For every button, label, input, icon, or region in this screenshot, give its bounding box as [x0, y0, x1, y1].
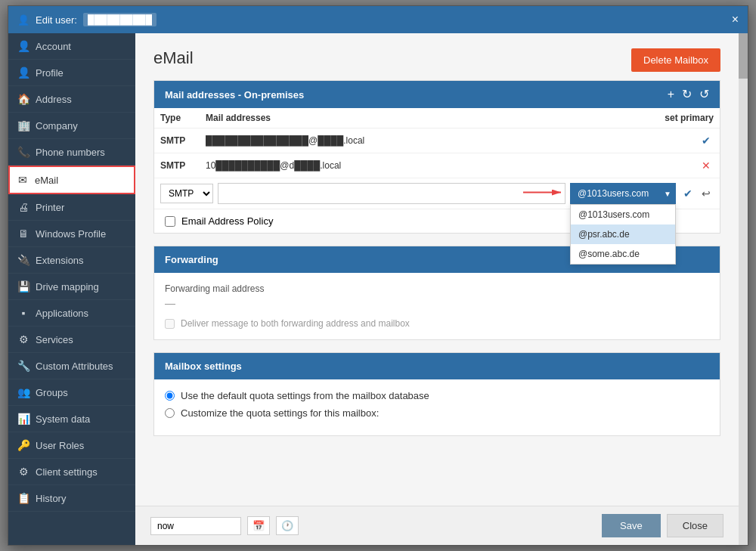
mailbox-settings-body: Use the default quota settings from the … — [154, 379, 720, 435]
sidebar-item-custom-attributes[interactable]: 🔧 Custom Attributes — [8, 353, 135, 379]
sidebar-item-history[interactable]: 📋 History — [8, 485, 135, 512]
sidebar-item-label: Groups — [36, 387, 68, 398]
mailbox-settings-section: Mailbox settings Use the default quota s… — [153, 352, 720, 436]
new-address-row: SMTP @1013users.com ▼ @1013users. — [154, 178, 720, 209]
user-roles-icon: 🔑 — [17, 439, 29, 451]
sidebar-item-address[interactable]: 🏠 Address — [8, 86, 135, 113]
account-icon: 👤 — [17, 40, 29, 52]
confirm-new-address-button[interactable]: ✔ — [680, 186, 696, 201]
deliver-checkbox[interactable] — [165, 319, 175, 329]
table-row: SMTP 10██████████@d████.local ✕ — [154, 153, 720, 178]
sidebar-item-extensions[interactable]: 🔌 Extensions — [8, 247, 135, 274]
domain-option-some[interactable]: @some.abc.de — [571, 244, 675, 264]
company-icon: 🏢 — [17, 119, 29, 132]
table-row: SMTP ████████████████@████.local ✔ — [154, 128, 720, 153]
email-address-policy-label: Email Address Policy — [181, 215, 273, 227]
calendar-button[interactable]: 📅 — [247, 516, 270, 535]
groups-icon: 👥 — [17, 386, 29, 398]
profile-icon: 👤 — [17, 67, 29, 79]
new-row-action-buttons: ✔ ↩ — [680, 186, 714, 201]
row2-type: SMTP — [154, 153, 200, 178]
undo-new-address-button[interactable]: ↩ — [699, 186, 714, 201]
delete-mailbox-button[interactable]: Delete Mailbox — [631, 48, 720, 72]
domain-option-1013[interactable]: @1013users.com — [571, 205, 675, 224]
row2-actions: ✕ — [583, 153, 720, 178]
default-quota-radio[interactable] — [165, 391, 175, 401]
sidebar-item-email[interactable]: ✉ eMail — [8, 166, 135, 194]
content-area: eMail Delete Mailbox Mail addresses - On… — [135, 33, 739, 506]
scroll-thumb[interactable] — [739, 33, 748, 79]
sidebar-item-label: Phone numbers — [36, 147, 105, 158]
sidebar-item-system-data[interactable]: 📊 System data — [8, 406, 135, 432]
default-quota-row: Use the default quota settings from the … — [165, 390, 709, 401]
sidebar-item-phone-numbers[interactable]: 📞 Phone numbers — [8, 139, 135, 166]
sidebar-item-label: System data — [36, 413, 90, 425]
row2-address: 10██████████@d████.local — [200, 153, 583, 178]
sidebar-item-label: Client settings — [36, 466, 98, 478]
sidebar-item-label: User Roles — [36, 440, 84, 451]
mail-addresses-title: Mail addresses - On-premises — [165, 89, 304, 101]
sidebar-item-profile[interactable]: 👤 Profile — [8, 60, 135, 86]
customize-quota-row: Customize the quota settings for this ma… — [165, 407, 709, 419]
forwarding-mail-label: Forwarding mail address — [165, 283, 709, 294]
sidebar-item-client-settings[interactable]: ⚙ Client settings — [8, 459, 135, 485]
scrollbar[interactable] — [739, 33, 748, 545]
smtp-type-select[interactable]: SMTP — [160, 184, 213, 203]
domain-dropdown-toggle[interactable]: @1013users.com ▼ — [570, 183, 676, 204]
sidebar-item-drive-mapping[interactable]: 💾 Drive mapping — [8, 274, 135, 300]
main-content: eMail Delete Mailbox Mail addresses - On… — [135, 33, 739, 545]
sidebar-item-applications[interactable]: ▪ Applications — [8, 300, 135, 327]
sidebar-item-company[interactable]: 🏢 Company — [8, 113, 135, 139]
sidebar-item-user-roles[interactable]: 🔑 User Roles — [8, 432, 135, 459]
modal-close-button[interactable]: × — [732, 14, 739, 26]
sidebar-item-label: Applications — [36, 308, 88, 319]
close-button[interactable]: Close — [667, 514, 723, 537]
domain-selected-value: @1013users.com — [578, 188, 649, 199]
email-address-policy-checkbox[interactable] — [165, 216, 175, 227]
refresh2-button[interactable]: ↺ — [699, 88, 709, 101]
set-primary-column-header: set primary — [583, 108, 720, 128]
applications-icon: ▪ — [17, 307, 29, 319]
deliver-label: Deliver message to both forwarding addre… — [181, 318, 410, 329]
footer-left: 📅 🕐 — [150, 516, 299, 535]
delete-address-button[interactable]: ✕ — [699, 158, 714, 173]
address-icon: 🏠 — [17, 93, 29, 105]
sidebar-item-label: Extensions — [36, 255, 84, 266]
edit-user-modal: 👤 Edit user: ██████████ × 👤 Account 👤 Pr… — [8, 5, 748, 546]
sidebar-item-services[interactable]: ⚙ Services — [8, 327, 135, 353]
type-column-header: Type — [154, 108, 200, 128]
forwarding-title: Forwarding — [165, 254, 218, 265]
domain-option-psr[interactable]: @psr.abc.de — [571, 224, 675, 244]
clock-button[interactable]: 🕐 — [276, 516, 299, 535]
new-address-input[interactable] — [218, 183, 565, 204]
set-primary-check-button[interactable]: ✔ — [699, 133, 714, 148]
forwarding-divider: — — [165, 297, 709, 309]
sidebar-item-label: Address — [36, 94, 72, 105]
sidebar-item-groups[interactable]: 👥 Groups — [8, 379, 135, 406]
sidebar: 👤 Account 👤 Profile 🏠 Address 🏢 Company … — [8, 33, 135, 545]
row1-actions: ✔ — [583, 128, 720, 153]
windows-icon: 🖥 — [17, 228, 29, 240]
modal-title: Edit user: — [36, 14, 77, 26]
sidebar-item-account[interactable]: 👤 Account — [8, 33, 135, 60]
custom-attributes-icon: 🔧 — [17, 360, 29, 372]
system-data-icon: 📊 — [17, 413, 29, 425]
refresh1-button[interactable]: ↻ — [682, 88, 692, 101]
phone-icon: 📞 — [17, 146, 29, 158]
customize-quota-radio[interactable] — [165, 408, 175, 418]
modal-username-masked: ██████████ — [83, 13, 156, 26]
mail-addresses-column-header: Mail addresses — [200, 108, 583, 128]
mailbox-settings-title: Mailbox settings — [165, 361, 242, 372]
services-icon: ⚙ — [17, 333, 29, 345]
mail-addresses-table: Type Mail addresses set primary SMTP ███… — [154, 108, 720, 178]
extensions-icon: 🔌 — [17, 254, 29, 266]
sidebar-item-windows-profile[interactable]: 🖥 Windows Profile — [8, 221, 135, 247]
time-input[interactable] — [150, 517, 241, 535]
add-mail-address-button[interactable]: + — [668, 88, 674, 101]
sidebar-item-printer[interactable]: 🖨 Printer — [8, 194, 135, 221]
modal-header: 👤 Edit user: ██████████ × — [8, 6, 748, 33]
mail-addresses-section: Mail addresses - On-premises + ↻ ↺ Type … — [153, 80, 720, 234]
row1-address: ████████████████@████.local — [200, 128, 583, 153]
save-button[interactable]: Save — [602, 514, 661, 537]
printer-icon: 🖨 — [17, 201, 29, 213]
